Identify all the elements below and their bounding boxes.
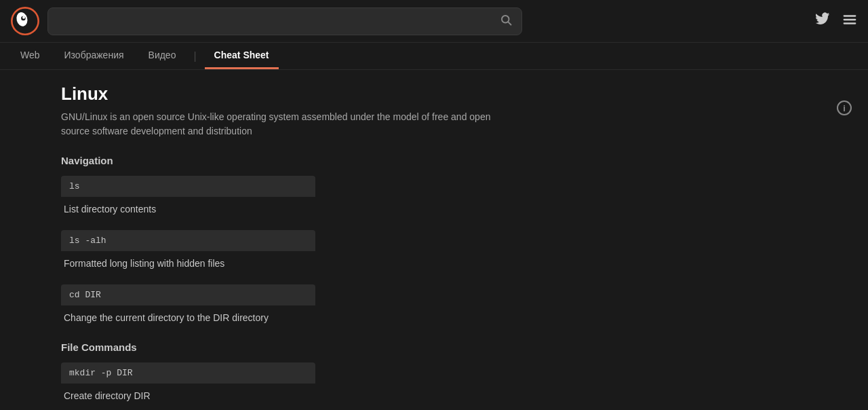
tab-web[interactable]: Web bbox=[11, 43, 50, 69]
command-code-ls: ls bbox=[61, 176, 315, 197]
command-block-ls: ls List directory contents bbox=[61, 176, 549, 219]
page-description: GNU/Linux is an open source Unix-like op… bbox=[61, 110, 495, 138]
section-title-navigation: Navigation bbox=[61, 155, 549, 166]
nav-separator: | bbox=[193, 50, 196, 62]
tab-video[interactable]: Видео bbox=[139, 43, 186, 69]
search-input[interactable]: linux cheat sheet bbox=[58, 15, 493, 27]
header-right bbox=[815, 12, 857, 31]
menu-icon[interactable] bbox=[842, 12, 857, 31]
section-title-file-commands: File Commands bbox=[61, 341, 549, 353]
svg-line-6 bbox=[508, 22, 511, 24]
command-block-cd: cd DIR Change the current directory to t… bbox=[61, 284, 549, 328]
section-file-commands: File Commands mkdir -p DIR Create direct… bbox=[61, 341, 549, 406]
command-block-ls-alh: ls -alh Formatted long listing with hidd… bbox=[61, 230, 549, 274]
nav-tabs: Web Изображения Видео | Cheat Sheet bbox=[0, 43, 868, 70]
command-desc-ls-alh: Formatted long listing with hidden files bbox=[61, 251, 549, 274]
page-title: Linux bbox=[61, 83, 549, 105]
command-desc-cd: Change the current directory to the DIR … bbox=[61, 305, 549, 328]
info-icon[interactable]: i bbox=[837, 100, 852, 115]
twitter-icon[interactable] bbox=[815, 12, 830, 31]
section-navigation: Navigation ls List directory contents ls… bbox=[61, 155, 549, 328]
search-bar: linux cheat sheet bbox=[47, 7, 522, 35]
header: linux cheat sheet bbox=[0, 0, 868, 43]
command-desc-mkdir: Create directory DIR bbox=[61, 384, 549, 406]
search-icon[interactable] bbox=[500, 14, 512, 29]
main-content: Linux GNU/Linux is an open source Unix-l… bbox=[0, 70, 610, 410]
command-code-mkdir: mkdir -p DIR bbox=[61, 362, 315, 384]
command-desc-ls: List directory contents bbox=[61, 197, 549, 219]
tab-images[interactable]: Изображения bbox=[55, 43, 134, 69]
command-code-ls-alh: ls -alh bbox=[61, 230, 315, 251]
command-code-cd: cd DIR bbox=[61, 284, 315, 305]
logo bbox=[11, 7, 39, 35]
tab-cheatsheet[interactable]: Cheat Sheet bbox=[205, 43, 279, 69]
svg-point-4 bbox=[22, 16, 25, 19]
command-block-mkdir: mkdir -p DIR Create directory DIR bbox=[61, 362, 549, 406]
